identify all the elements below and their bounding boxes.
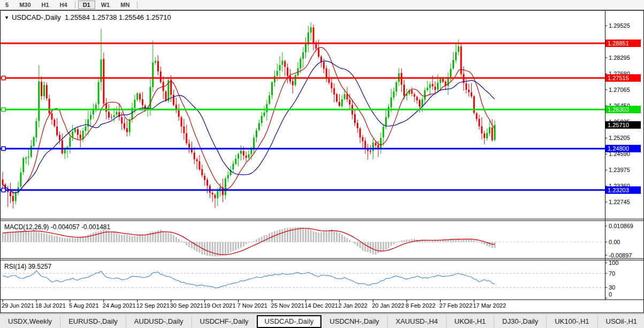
- symbol-tab-usdx-weekly[interactable]: USDX,Weekly: [0, 316, 60, 327]
- svg-text:2 Jan 2022: 2 Jan 2022: [338, 302, 367, 309]
- svg-text:1.28295: 1.28295: [609, 54, 630, 61]
- chart-window[interactable]: ▼USDCAD-,Daily 1.25584 1.25738 1.25546 1…: [0, 10, 644, 314]
- toolbar-separator: [137, 2, 137, 9]
- svg-text:30 Sep 2021: 30 Sep 2021: [170, 302, 203, 309]
- svg-text:0: 0: [609, 291, 612, 298]
- symbol-tab-ukoil-h1[interactable]: UKOil-,H1: [447, 316, 495, 327]
- svg-text:27 Feb 2022: 27 Feb 2022: [439, 302, 472, 309]
- symbol-tab-audusd-daily[interactable]: AUDUSD-,Daily: [126, 316, 192, 327]
- svg-text:70: 70: [609, 270, 615, 277]
- svg-text:0.010869: 0.010869: [609, 223, 633, 229]
- hline-handle[interactable]: [2, 188, 5, 192]
- toolbar-timeframe-5[interactable]: 5: [1, 1, 13, 9]
- toolbar-timeframe-H4[interactable]: H4: [55, 1, 72, 9]
- chart-symbol-label: USDCAD-,Daily: [12, 13, 61, 21]
- svg-text:24 Aug 2021: 24 Aug 2021: [103, 302, 136, 309]
- chevron-down-icon[interactable]: ▼: [4, 15, 9, 20]
- rsi-panel: 10070300: [1, 260, 618, 298]
- svg-text:29 Jun 2021: 29 Jun 2021: [2, 302, 34, 309]
- symbol-tab-xauusd-h4[interactable]: XAUUSD-,H4: [388, 316, 447, 327]
- svg-text:1.27515: 1.27515: [608, 75, 629, 81]
- toolbar-timeframe-MN[interactable]: MN: [116, 1, 134, 9]
- rsi-values: 39.5257: [28, 263, 51, 270]
- svg-text:1.26303: 1.26303: [608, 106, 629, 113]
- symbol-tabbar: USDX,WeeklyEURUSD-,DailyAUDUSD-,DailyUSD…: [0, 314, 644, 328]
- svg-text:100: 100: [609, 260, 618, 266]
- chart-ohlc-values: 1.25584 1.25738 1.25546 1.25710: [65, 13, 171, 21]
- svg-text:19 Oct 2021: 19 Oct 2021: [204, 302, 236, 309]
- hline-handle[interactable]: [2, 76, 5, 80]
- svg-text:-0.00897: -0.00897: [609, 252, 632, 259]
- svg-text:5 Aug 2021: 5 Aug 2021: [69, 302, 99, 309]
- svg-text:25 Nov 2021: 25 Nov 2021: [271, 302, 304, 309]
- symbol-tab-usoil-h1[interactable]: USOil-,H1: [598, 316, 644, 327]
- terminal-window: 5M30H1H4D1W1MN ▼USDCAD-,Daily 1.25584 1.…: [0, 0, 644, 328]
- chart-canvas[interactable]: 1.295251.282951.276801.270651.264501.258…: [0, 10, 644, 314]
- hline-handle[interactable]: [2, 108, 5, 112]
- svg-text:30: 30: [609, 284, 615, 291]
- toolbar-separator: [75, 2, 75, 9]
- ma-fast-line: [3, 47, 495, 192]
- svg-text:1.27065: 1.27065: [609, 87, 630, 93]
- symbol-tab-usdcnh-daily[interactable]: USDCNH-,Daily: [321, 316, 387, 327]
- price-axis[interactable]: 1.295251.282951.276801.270651.264501.258…: [605, 22, 641, 205]
- macd-indicator-title: MACD(12,26,9) -0.004057 -0.001481: [4, 223, 110, 231]
- symbol-tab-dj30-daily[interactable]: DJ30-,Daily: [494, 316, 547, 327]
- svg-text:1.25710: 1.25710: [608, 122, 629, 128]
- macd-label: MACD(12,26,9): [4, 223, 49, 231]
- svg-text:7 Nov 2021: 7 Nov 2021: [237, 302, 267, 309]
- chart-title: ▼USDCAD-,Daily 1.25584 1.25738 1.25546 1…: [4, 13, 171, 21]
- macd-signal-line: [3, 228, 495, 255]
- svg-text:12 Sep 2021: 12 Sep 2021: [136, 302, 170, 309]
- svg-text:17 Mar 2022: 17 Mar 2022: [473, 302, 506, 309]
- svg-text:1.22745: 1.22745: [609, 199, 630, 205]
- ma-slow-line: [3, 61, 495, 193]
- svg-text:1.24800: 1.24800: [608, 145, 629, 152]
- svg-text:18 Jul 2021: 18 Jul 2021: [35, 302, 66, 309]
- candlestick-series: [2, 22, 496, 208]
- symbol-tab-uk100-h1[interactable]: UK100-,H1: [547, 316, 597, 327]
- timeframe-toolbar: 5M30H1H4D1W1MN: [0, 0, 644, 10]
- svg-text:1.23203: 1.23203: [608, 187, 629, 193]
- symbol-tab-usdcad-daily[interactable]: USDCAD-,Daily: [257, 315, 322, 328]
- svg-text:14 Dec 2021: 14 Dec 2021: [305, 302, 338, 309]
- toolbar-timeframe-H1[interactable]: H1: [37, 1, 54, 9]
- symbol-tab-eurusd-daily[interactable]: EURUSD-,Daily: [60, 316, 126, 327]
- svg-text:1.29525: 1.29525: [609, 22, 630, 29]
- hline-handle[interactable]: [2, 147, 5, 151]
- toolbar-timeframe-M30[interactable]: M30: [14, 1, 35, 9]
- svg-text:1.25205: 1.25205: [609, 135, 630, 141]
- svg-text:20 Jan 2022: 20 Jan 2022: [372, 302, 404, 309]
- svg-text:8 Feb 2022: 8 Feb 2022: [405, 302, 435, 309]
- svg-text:1.23975: 1.23975: [609, 167, 630, 173]
- macd-values: -0.004057 -0.001481: [51, 223, 110, 231]
- rsi-label: RSI(14): [4, 263, 26, 270]
- toolbar-timeframe-D1[interactable]: D1: [78, 1, 95, 9]
- svg-text:0.00: 0.00: [609, 239, 620, 245]
- time-axis[interactable]: 29 Jun 202118 Jul 20215 Aug 202124 Aug 2…: [2, 300, 506, 309]
- toolbar-timeframe-W1[interactable]: W1: [96, 1, 115, 9]
- symbol-tab-usdchf-daily[interactable]: USDCHF-,Daily: [192, 316, 257, 327]
- rsi-indicator-title: RSI(14) 39.5257: [4, 263, 51, 270]
- svg-text:1.28851: 1.28851: [608, 40, 629, 46]
